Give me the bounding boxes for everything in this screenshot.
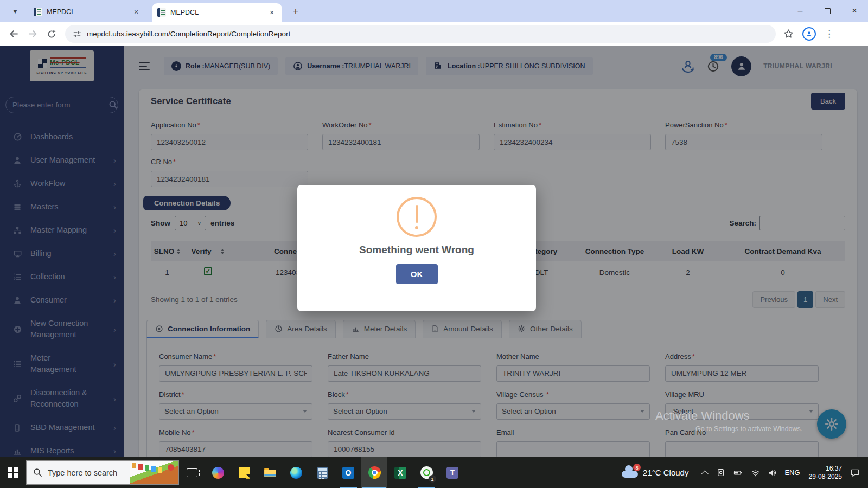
taskbar-date: 29-08-2025 <box>809 473 842 481</box>
teams-button[interactable]: T <box>439 457 465 488</box>
sticky-notes-icon <box>239 467 250 478</box>
url-text: mepdcl.ubs.ieasybill.com/CompletionRepor… <box>87 30 290 38</box>
browser-profile-icon[interactable] <box>802 27 816 41</box>
bookmark-star-icon[interactable] <box>783 29 794 39</box>
outlook-button[interactable]: O <box>335 457 361 488</box>
window-controls: – × <box>787 0 868 22</box>
back-icon[interactable] <box>9 29 19 39</box>
minimize-button[interactable]: – <box>787 0 814 22</box>
start-button[interactable] <box>0 457 26 488</box>
action-center-icon[interactable] <box>850 468 860 478</box>
whatsapp-badge: 1 <box>429 475 436 483</box>
search-icon <box>33 468 42 477</box>
copilot-icon <box>212 467 224 479</box>
tray-chevron-icon[interactable] <box>701 470 709 477</box>
mepdcl-favicon-icon <box>34 8 42 16</box>
forward-icon[interactable] <box>28 29 38 39</box>
weather-temp: 21°C <box>643 468 661 477</box>
maximize-button[interactable] <box>814 0 841 22</box>
teams-icon: T <box>446 467 458 479</box>
new-tab-button[interactable]: + <box>290 5 302 17</box>
error-modal: Something went Wrong OK <box>297 185 536 311</box>
windows-taskbar: Type here to search O X 1 T 8 21°C Cloud… <box>0 457 868 488</box>
weather-badge: 8 <box>633 464 641 471</box>
windows-logo-icon <box>8 467 18 478</box>
battery-icon[interactable] <box>733 468 743 477</box>
tab-search-chevron-icon[interactable]: ▼ <box>8 5 23 18</box>
ok-button[interactable]: OK <box>396 264 438 284</box>
wifi-icon[interactable] <box>751 468 760 477</box>
calculator-button[interactable] <box>309 457 335 488</box>
reload-icon[interactable] <box>47 29 56 39</box>
mepdcl-favicon-icon <box>157 8 166 17</box>
whatsapp-button[interactable]: 1 <box>413 457 439 488</box>
task-view-button[interactable] <box>179 457 205 488</box>
url-bar[interactable]: mepdcl.ubs.ieasybill.com/CompletionRepor… <box>65 25 776 43</box>
toolbar-right: ⋮ <box>783 27 834 41</box>
browser-menu-icon[interactable]: ⋮ <box>825 28 834 40</box>
taskbar-right: 8 21°C Cloudy ENG 16:37 29-08-2025 <box>615 457 868 488</box>
volume-icon[interactable] <box>768 468 777 477</box>
taskbar-search-placeholder: Type here to search <box>48 468 117 477</box>
outlook-icon: O <box>342 467 354 479</box>
close-button[interactable]: × <box>841 0 868 22</box>
site-info-icon[interactable] <box>73 30 81 38</box>
calculator-icon <box>317 467 328 479</box>
sticky-notes-button[interactable] <box>231 457 257 488</box>
taskbar-time: 16:37 <box>809 465 842 473</box>
cloud-icon: 8 <box>622 467 638 478</box>
task-view-icon <box>187 468 197 477</box>
chrome-icon <box>368 466 381 479</box>
language-indicator[interactable]: ENG <box>784 468 800 477</box>
browser-tab-active[interactable]: MEPDCL × <box>152 3 282 22</box>
weather-desc: Cloudy <box>663 468 689 477</box>
weather-widget[interactable]: 8 21°C Cloudy <box>615 457 695 488</box>
edge-button[interactable] <box>283 457 309 488</box>
system-tray <box>704 468 777 477</box>
browser-tab-inactive[interactable]: MEPDCL × <box>28 4 146 20</box>
search-highlight-image <box>130 461 178 484</box>
taskbar-search[interactable]: Type here to search <box>26 460 179 485</box>
excel-button[interactable]: X <box>387 457 413 488</box>
folder-icon <box>264 467 277 478</box>
edge-icon <box>290 467 302 479</box>
tab-title: MEPDCL <box>170 9 267 16</box>
copilot-button[interactable] <box>205 457 231 488</box>
tab-close-icon[interactable]: × <box>267 8 277 17</box>
file-explorer-button[interactable] <box>257 457 283 488</box>
modal-message: Something went Wrong <box>359 244 474 256</box>
tab-close-icon[interactable]: × <box>131 7 141 17</box>
warning-icon <box>397 197 437 237</box>
taskbar-clock[interactable]: 16:37 29-08-2025 <box>809 465 842 481</box>
device-icon[interactable] <box>716 468 725 477</box>
activate-windows-watermark: Activate Windows Go to Settings to activ… <box>655 409 802 433</box>
tab-title: MEPDCL <box>47 8 131 16</box>
chrome-button[interactable] <box>361 457 387 488</box>
browser-tab-strip: ▼ MEPDCL × MEPDCL × + – × <box>0 0 868 22</box>
excel-icon: X <box>394 467 406 479</box>
browser-toolbar: mepdcl.ubs.ieasybill.com/CompletionRepor… <box>0 22 868 46</box>
